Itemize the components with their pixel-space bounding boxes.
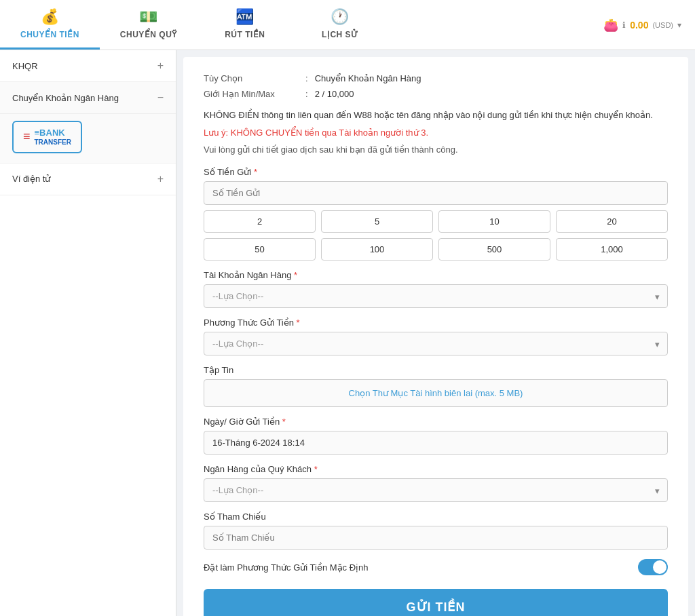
phuong-thuc-gui-tien-select[interactable]: --Lựa Chọn-- xyxy=(204,332,668,355)
vi-dien-tu-label: Ví điện tử xyxy=(12,174,50,184)
amount-btn-50[interactable]: 50 xyxy=(204,238,316,261)
so-tien-gui-input[interactable] xyxy=(204,181,668,205)
ngay-gio-gui-tien-label: Ngày/ Giờ Gửi Tiền * xyxy=(204,417,668,427)
rut-tien-icon: 🏧 xyxy=(236,8,254,26)
amount-btn-10[interactable]: 10 xyxy=(438,210,550,233)
phuong-thuc-gui-tien-label: Phương Thức Gửi Tiền * xyxy=(204,317,668,328)
top-navigation: 💰 CHUYỂN TIỀN 💵 CHUYỂN QUỸ 🏧 RÚT TIỀN 🕐 … xyxy=(0,0,695,50)
amount-btn-5[interactable]: 5 xyxy=(321,210,433,233)
tab-chuyen-tien[interactable]: 💰 CHUYỂN TIỀN xyxy=(0,0,100,50)
tai-khoan-ngan-hang-select[interactable]: --Lựa Chọn-- xyxy=(204,284,668,308)
khqr-label: KHQR xyxy=(12,61,38,71)
amount-btn-20[interactable]: 20 xyxy=(556,210,668,233)
so-tien-gui-label: Số Tiền Gửi * xyxy=(204,167,668,177)
sidebar-item-khqr[interactable]: KHQR + xyxy=(0,50,176,82)
balance-currency: (USD) xyxy=(652,21,673,29)
balance-value: 0.00 xyxy=(630,20,648,31)
tab-chuyen-quy-label: CHUYỂN QUỸ xyxy=(120,30,177,39)
bank-logo-text: ≡BANK TRANSFER xyxy=(35,128,71,147)
bank-name-line1: ≡BANK xyxy=(35,128,71,138)
bank-logo-button[interactable]: ≡ ≡BANK TRANSFER xyxy=(12,121,82,153)
bank-name-line2: TRANSFER xyxy=(35,138,71,147)
so-tham-chieu-label: Số Tham Chiếu xyxy=(204,512,668,522)
tab-lich-su[interactable]: 🕐 LỊCH SỬ xyxy=(293,0,388,50)
amount-btn-2[interactable]: 2 xyxy=(204,210,316,233)
amount-btn-100[interactable]: 100 xyxy=(321,238,433,261)
bank-stripes-icon: ≡ xyxy=(23,130,31,144)
file-upload-text: Chọn Thư Mục Tài hình biên lai (max. 5 M… xyxy=(349,388,523,398)
wallet-icon: 👛 xyxy=(603,18,618,33)
balance-dropdown-icon[interactable]: ▾ xyxy=(677,20,681,30)
tai-khoan-ngan-hang-label: Tài Khoản Ngân Hàng * xyxy=(204,270,668,280)
tuy-chon-value: Chuyển Khoản Ngân Hàng xyxy=(315,73,421,83)
so-tham-chieu-input[interactable] xyxy=(204,526,668,550)
notice-warning2: Lưu ý: KHÔNG CHUYỂN tiền qua Tài khoản n… xyxy=(204,128,668,138)
info-icon: ℹ xyxy=(622,20,626,30)
tab-chuyen-tien-label: CHUYỂN TIỀN xyxy=(20,30,79,39)
gioi-han-value: 2 / 10,000 xyxy=(315,89,354,99)
chuyen-tien-icon: 💰 xyxy=(41,8,59,26)
tai-khoan-ngan-hang-wrapper: --Lựa Chọn-- xyxy=(204,284,668,308)
tab-rut-tien[interactable]: 🏧 RÚT TIỀN xyxy=(198,0,293,50)
tab-chuyen-quy[interactable]: 💵 CHUYỂN QUỸ xyxy=(100,0,198,50)
phuong-thuc-gui-tien-wrapper: --Lựa Chọn-- xyxy=(204,332,668,355)
submit-button[interactable]: GỬI TIỀN xyxy=(204,589,668,616)
tuy-chon-label: Tùy Chọn xyxy=(204,73,299,83)
file-upload-box[interactable]: Chọn Thư Mục Tài hình biên lai (max. 5 M… xyxy=(204,379,668,407)
sidebar-item-vi-dien-tu[interactable]: Ví điện tử + xyxy=(0,163,176,195)
tab-rut-tien-label: RÚT TIỀN xyxy=(225,30,265,39)
tap-tin-label: Tập Tin xyxy=(204,365,668,375)
bank-transfer-collapse-icon: − xyxy=(157,92,164,104)
gioi-han-label: Giới Hạn Min/Max xyxy=(204,89,299,99)
info-tuy-chon: Tùy Chọn : Chuyển Khoản Ngân Hàng xyxy=(204,73,668,83)
default-method-toggle-row: Đặt làm Phương Thức Gửi Tiền Mặc Định xyxy=(204,559,668,575)
sidebar: KHQR + Chuyển Khoản Ngân Hàng − ≡ ≡BANK … xyxy=(0,50,176,616)
khqr-expand-icon: + xyxy=(157,60,164,72)
amount-btn-500[interactable]: 500 xyxy=(438,238,550,261)
tab-lich-su-label: LỊCH SỬ xyxy=(322,30,358,39)
default-method-toggle[interactable] xyxy=(638,559,668,575)
notice-warning1: KHÔNG ĐIỀN thông tin liên quan đến W88 h… xyxy=(204,109,668,122)
ngan-hang-quy-khach-select[interactable]: --Lựa Chọn-- xyxy=(204,478,668,502)
main-layout: KHQR + Chuyển Khoản Ngân Hàng − ≡ ≡BANK … xyxy=(0,50,695,616)
lich-su-icon: 🕐 xyxy=(331,8,349,26)
chuyen-quy-icon: 💵 xyxy=(139,8,157,26)
default-method-label: Đặt làm Phương Thức Gửi Tiền Mặc Định xyxy=(204,562,369,573)
notice-info: Vui lòng gửi chi tiết giao dịch sau khi … xyxy=(204,143,668,157)
amount-btn-1000[interactable]: 1,000 xyxy=(556,238,668,261)
ngan-hang-quy-khach-wrapper: --Lựa Chọn-- xyxy=(204,478,668,502)
sidebar-item-bank-transfer[interactable]: Chuyển Khoản Ngân Hàng − xyxy=(0,82,176,114)
main-content: Tùy Chọn : Chuyển Khoản Ngân Hàng Giới H… xyxy=(183,57,688,616)
wallet-balance-area: 👛 ℹ 0.00 (USD) ▾ xyxy=(590,0,695,50)
info-gioi-han: Giới Hạn Min/Max : 2 / 10,000 xyxy=(204,89,668,99)
vi-dien-tu-expand-icon: + xyxy=(157,173,164,185)
ngan-hang-quy-khach-label: Ngân Hàng của Quý Khách * xyxy=(204,464,668,474)
bank-transfer-label: Chuyển Khoản Ngân Hàng xyxy=(12,93,119,103)
bank-transfer-card: ≡ ≡BANK TRANSFER xyxy=(0,114,176,163)
ngay-gio-gui-tien-input[interactable] xyxy=(204,431,668,455)
amount-grid: 2 5 10 20 50 100 500 1,000 xyxy=(204,210,668,261)
